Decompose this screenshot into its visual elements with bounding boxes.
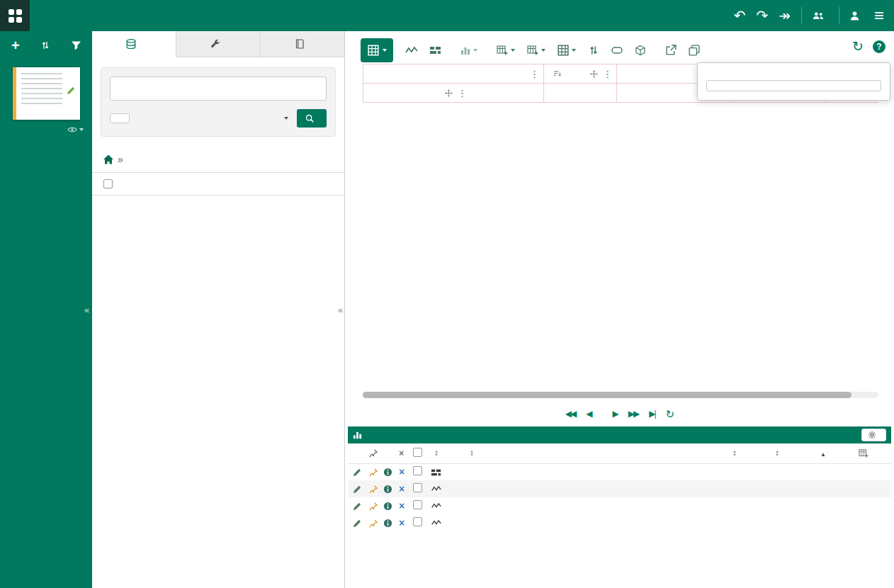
select-all-checkbox[interactable] xyxy=(103,179,113,188)
pin-column-header[interactable] xyxy=(369,443,383,463)
step-back-icon[interactable]: ◀ xyxy=(586,409,591,418)
reorder-worksheets-icon[interactable] xyxy=(40,40,50,50)
unit-label xyxy=(448,514,467,531)
column-menu-icon[interactable]: ⋮ xyxy=(458,89,467,98)
step-forward-full-icon[interactable]: ▶▶ xyxy=(628,409,638,418)
tab-tools[interactable] xyxy=(176,31,261,57)
capsule-icon[interactable] xyxy=(611,45,623,56)
filter-worksheets-icon[interactable] xyxy=(72,41,81,50)
asset-3d-cube-icon[interactable] xyxy=(635,45,646,56)
column-menu-icon[interactable]: ⋮ xyxy=(530,69,539,79)
step-back-full-icon[interactable]: ◀◀ xyxy=(565,409,575,418)
table-columns-icon[interactable] xyxy=(497,45,515,56)
pin-icon[interactable] xyxy=(369,485,378,494)
edit-icon[interactable] xyxy=(353,468,362,477)
customize-button[interactable] xyxy=(861,429,886,441)
series-name xyxy=(467,514,730,531)
info-icon[interactable] xyxy=(383,502,392,511)
copy-icon[interactable] xyxy=(689,45,700,56)
refresh-table-button[interactable] xyxy=(706,80,881,91)
remove-icon[interactable]: × xyxy=(399,466,404,477)
info-icon[interactable] xyxy=(383,468,392,477)
lane-number xyxy=(817,463,859,480)
color-swatch[interactable] xyxy=(730,466,739,475)
pin-icon[interactable] xyxy=(369,468,378,477)
edit-icon[interactable] xyxy=(353,502,362,511)
scrollbar-thumb[interactable] xyxy=(363,392,851,398)
go-to-now-icon[interactable]: ▶| xyxy=(649,409,655,418)
auto-update-icon[interactable]: ↻ xyxy=(666,409,675,419)
new-worksheet-button[interactable]: + xyxy=(11,38,20,52)
pin-icon[interactable] xyxy=(369,502,378,511)
color-swatch[interactable] xyxy=(730,483,739,492)
row-checkbox[interactable] xyxy=(413,517,422,526)
edit-icon[interactable] xyxy=(353,485,362,494)
worksheet-thumbnail[interactable] xyxy=(13,67,80,120)
home-icon[interactable] xyxy=(103,154,113,164)
search-button[interactable] xyxy=(297,109,327,128)
pin-icon[interactable] xyxy=(369,519,378,528)
redo-icon[interactable]: ↷ xyxy=(756,9,768,23)
move-column-icon[interactable] xyxy=(590,70,598,78)
sort-table-icon[interactable] xyxy=(588,45,599,56)
details-table: × ▲▼ ▲▼ ▲▼ ▲▼ ▲ xyxy=(348,443,891,531)
table-rows-icon[interactable] xyxy=(527,45,545,56)
collapse-panel-handle[interactable]: « xyxy=(338,305,343,315)
view-worksheet-icon[interactable] xyxy=(67,125,77,135)
details-row[interactable]: × xyxy=(348,480,891,497)
remove-column-header[interactable]: × xyxy=(399,443,413,463)
table-grid-icon[interactable] xyxy=(859,448,868,458)
edit-icon[interactable] xyxy=(353,519,362,528)
assets-column-header[interactable]: ⋮ xyxy=(544,64,617,84)
refresh-icon[interactable]: ↻ xyxy=(852,40,864,53)
workbench-home-button[interactable] xyxy=(0,0,30,31)
lane-column-header[interactable]: ▲ xyxy=(817,443,859,463)
move-column-icon[interactable] xyxy=(445,89,453,97)
capsule-time-icon[interactable] xyxy=(430,45,441,56)
info-icon[interactable] xyxy=(383,485,392,494)
table-settings-icon[interactable] xyxy=(558,45,576,56)
remove-icon[interactable]: × xyxy=(399,500,404,511)
reset-button[interactable] xyxy=(110,113,130,123)
tab-data[interactable] xyxy=(92,31,176,57)
search-input[interactable] xyxy=(110,77,327,101)
help-icon[interactable]: ? xyxy=(873,40,885,53)
collapse-rail-handle[interactable]: « xyxy=(84,305,89,315)
sort-column-icon[interactable] xyxy=(553,70,561,78)
column-menu-icon[interactable]: ⋮ xyxy=(603,69,612,79)
details-row[interactable]: × xyxy=(348,463,891,480)
remove-icon[interactable]: × xyxy=(399,483,404,494)
name-column-header[interactable]: ▲▼ xyxy=(467,443,730,463)
row-checkbox[interactable] xyxy=(413,483,422,492)
share-button[interactable] xyxy=(813,10,828,21)
horizontal-scrollbar[interactable] xyxy=(363,392,878,398)
assets-column-header[interactable]: ▲▼ xyxy=(772,443,817,463)
details-row[interactable]: × xyxy=(348,497,891,514)
undo-icon[interactable]: ↶ xyxy=(734,9,746,23)
trend-view-icon[interactable] xyxy=(405,44,418,57)
info-icon[interactable] xyxy=(383,519,392,528)
color-swatch[interactable] xyxy=(730,500,739,509)
bar-chart-icon[interactable] xyxy=(460,45,477,55)
sort-column-header[interactable]: ▲▼ xyxy=(431,443,448,463)
present-icon[interactable]: ↠ xyxy=(779,9,791,23)
row-checkbox[interactable] xyxy=(413,466,422,475)
unit-of-measure-header[interactable]: ⋮ xyxy=(363,84,544,103)
table-view-button[interactable] xyxy=(361,38,393,62)
rename-worksheet-icon[interactable] xyxy=(67,86,76,95)
details-row[interactable]: × xyxy=(348,514,891,531)
remove-icon[interactable]: × xyxy=(399,517,404,528)
worksheet-options-caret[interactable] xyxy=(79,128,84,131)
grid-options-header[interactable] xyxy=(859,443,891,463)
tab-journal[interactable] xyxy=(261,31,344,57)
color-column-header[interactable]: ▲▼ xyxy=(730,443,772,463)
row-checkbox[interactable] xyxy=(413,500,422,509)
export-icon[interactable] xyxy=(665,45,677,56)
user-menu-button[interactable] xyxy=(850,11,864,21)
color-swatch[interactable] xyxy=(730,517,739,526)
hamburger-menu-icon[interactable]: ≡ xyxy=(874,7,884,24)
step-forward-icon[interactable]: ▶ xyxy=(613,409,618,418)
advanced-toggle[interactable] xyxy=(281,117,288,120)
capsule-column-header[interactable]: ⋮ xyxy=(363,64,544,84)
selectall-column-header[interactable] xyxy=(413,443,431,463)
